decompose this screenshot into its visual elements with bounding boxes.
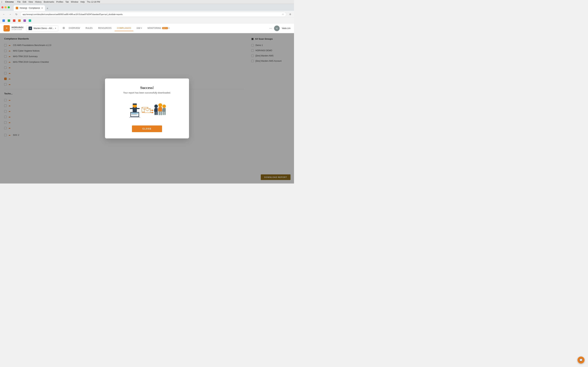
success-illustration [126,99,168,120]
help-menu[interactable]: Help [80,1,85,3]
back-button[interactable]: ← [1,12,6,17]
bookmark-6[interactable] [28,19,32,22]
view-menu[interactable]: View [28,1,33,3]
svg-rect-27 [159,111,160,115]
bookmark-1[interactable] [1,19,6,22]
svg-rect-31 [162,109,163,112]
tab-monitoring[interactable]: MONITORING BETA ▾ [145,25,172,31]
mac-menu:  Chrome File Edit View History Bookmark… [1,0,100,3]
mac-titlebar:  Chrome File Edit View History Bookmark… [0,0,294,4]
org-dropdown-icon: ▾ [55,27,56,29]
file-menu[interactable]: File [17,1,20,3]
svg-rect-28 [160,111,162,115]
svg-rect-19 [154,109,155,112]
bookmark-icon-2 [8,19,10,22]
bookmark-2[interactable] [7,19,11,22]
svg-rect-8 [131,113,138,113]
close-traffic-light[interactable] [1,6,3,8]
svg-rect-25 [158,108,159,111]
chrome-tabs-bar: Horangi - Compliance ✕ + [0,4,294,11]
url-text: app.horangi.com/storyfier/compliance/cae… [23,13,282,15]
modal-title: Success! [140,85,154,90]
new-tab-button[interactable]: + [45,6,50,11]
tab-iam[interactable]: IAM ▾ [134,25,144,31]
traffic-lights [1,6,10,8]
tab-favicon [16,7,18,9]
history-menu[interactable]: History [35,1,42,3]
bookmark-icon-1 [2,19,5,22]
email-arrows [142,107,154,113]
logo-text: HORANGI STORYFIER [12,26,24,30]
people-group [154,103,166,115]
window-menu[interactable]: Window [71,1,78,3]
tab-rules[interactable]: RULES [83,25,95,31]
bookmark-4[interactable] [17,19,22,22]
main-content: Compliance Standards ☁ CIS AWS Foundatio… [0,33,294,184]
svg-rect-26 [161,108,162,111]
settings-tab[interactable]: ⚙ [61,25,66,32]
tab-resources[interactable]: RESOURCES [96,25,114,31]
logo-area: H HORANGI STORYFIER [3,25,24,32]
settings-icon: ⚙ [62,26,65,30]
close-modal-button[interactable]: CLOSE [132,125,162,132]
fullscreen-traffic-light[interactable] [8,6,10,8]
tab-title: Horangi - Compliance [20,7,40,9]
svg-rect-34 [164,111,166,115]
star-icon[interactable]: ☆ [282,13,284,16]
svg-rect-7 [129,117,140,118]
svg-rect-20 [157,109,158,112]
edit-menu[interactable]: Edit [23,1,26,3]
logo-title: HORANGI [12,26,24,29]
logo-icon: H [3,25,10,32]
tab-overview[interactable]: OVERVIEW [66,25,82,31]
avatar: VL [274,25,280,31]
user-name[interactable]: Vada Lim [282,27,291,30]
tab-compliance[interactable]: COMPLIANCE [115,25,133,31]
logo-subtitle: STORYFIER [12,29,24,30]
url-bar[interactable]: app.horangi.com/storyfier/compliance/cae… [20,12,286,17]
svg-rect-4 [130,108,133,109]
bookmark-icon-3 [13,19,15,22]
org-icon: W [28,26,32,30]
svg-rect-21 [155,111,156,115]
org-name: Warden Demo - AW... [34,27,53,30]
svg-rect-22 [156,111,158,115]
svg-rect-9 [131,114,137,114]
modal-illustration [126,99,168,120]
refresh-button[interactable]: ↻ [14,12,19,17]
svg-point-23 [158,103,162,107]
svg-marker-14 [152,112,154,113]
svg-rect-32 [165,109,166,112]
header-right: ··· VL Vada Lim [269,25,291,31]
bookmark-icon-6 [29,19,31,22]
extensions-button[interactable]: ⚙ [288,12,293,17]
bookmark-3[interactable] [12,19,17,22]
svg-rect-6 [133,103,137,105]
svg-rect-5 [137,108,140,109]
bookmarks-menu[interactable]: Bookmarks [43,1,54,3]
minimize-traffic-light[interactable] [5,6,7,8]
svg-marker-12 [152,109,154,111]
iam-dropdown-icon: ▾ [141,27,142,29]
bookmark-icon-5 [24,19,26,22]
clock: Thu 12:18 PM [87,1,100,3]
browser-tab[interactable]: Horangi - Compliance ✕ [14,5,45,11]
apple-icon:  [1,0,2,3]
app-header: H HORANGI STORYFIER W Warden Demo - AW..… [0,23,294,33]
modal-subtitle: Your report has been successfully downlo… [123,92,171,94]
modal-overlay: Success! Your report has been successful… [0,33,294,184]
tab-menu[interactable]: Tab [65,1,69,3]
tab-close-icon[interactable]: ✕ [41,7,43,9]
forward-button[interactable]: → [8,12,13,17]
mac-menu-items: File Edit View History Bookmarks Profile… [17,1,85,3]
chrome-menu-label[interactable]: Chrome [5,0,14,3]
app-container: H HORANGI STORYFIER W Warden Demo - AW..… [0,23,294,184]
bookmark-5[interactable] [22,19,27,22]
bookmarks-bar [0,18,294,23]
org-selector[interactable]: W Warden Demo - AW... ▾ [26,25,58,31]
svg-point-17 [154,105,158,108]
profiles-menu[interactable]: Profiles [56,1,63,3]
svg-point-29 [162,105,166,108]
monitoring-dropdown-icon: ▾ [169,27,169,29]
more-button[interactable]: ··· [269,26,272,30]
